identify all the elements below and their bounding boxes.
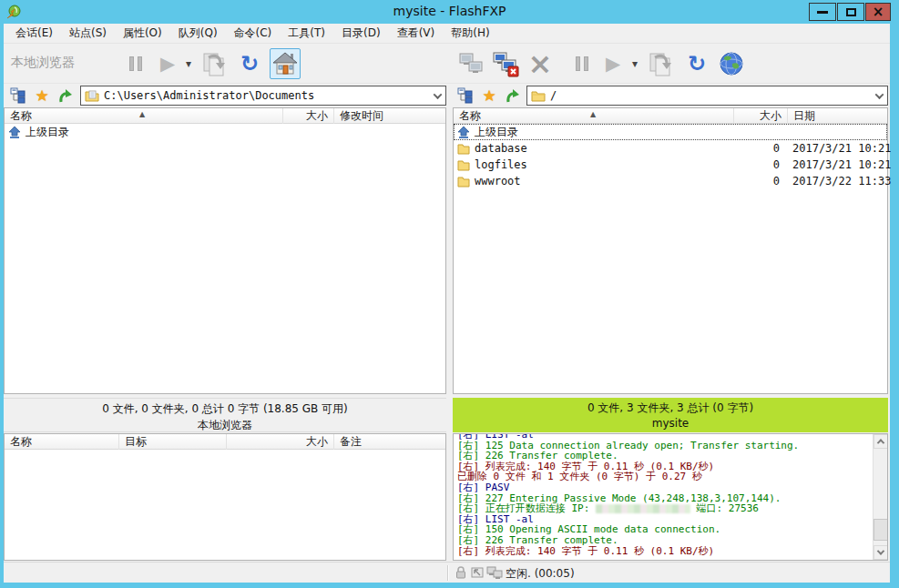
column-header-target[interactable]: 目标	[119, 434, 227, 450]
connection-status-icon	[486, 565, 503, 583]
menu-sites[interactable]: 站点(S)	[61, 23, 115, 44]
remote-row-logfiles[interactable]: logfiles 0 2017/3/21 10:21	[454, 157, 887, 173]
remote-transfer-button[interactable]	[645, 48, 676, 79]
column-header-size[interactable]: 大小	[227, 434, 334, 450]
minimize-button[interactable]	[809, 3, 836, 21]
remote-path-combobox[interactable]: /	[526, 86, 888, 106]
remote-disconnect-button[interactable]	[490, 48, 521, 79]
menubar: 会话(E) 站点(S) 属性(O) 队列(Q) 命令(C) 工具(T) 目录(D…	[4, 24, 890, 44]
remote-resume-button[interactable]: ▶	[598, 48, 628, 79]
close-button[interactable]: ×	[865, 3, 891, 21]
scrollbar-thumb[interactable]	[873, 519, 888, 541]
column-header-modified[interactable]: 修改时间	[334, 108, 445, 124]
star-icon: ★	[35, 88, 48, 104]
folder-icon	[531, 89, 546, 102]
remote-site-info-button[interactable]	[716, 48, 747, 79]
remote-connect-button[interactable]	[456, 48, 487, 79]
maximize-icon	[846, 8, 856, 16]
local-up-directory-button[interactable]	[56, 86, 76, 106]
session-log-pane[interactable]: [右] LIST -al [右] 125 Data connection alr…	[453, 433, 888, 561]
queue-empty-body[interactable]	[5, 450, 445, 560]
home-icon	[272, 52, 298, 76]
minimize-icon	[817, 11, 828, 14]
remote-pause-button[interactable]	[567, 48, 598, 79]
scroll-down-button[interactable]	[873, 545, 888, 560]
column-header-date[interactable]: 日期	[788, 108, 887, 124]
maximize-button[interactable]	[837, 3, 864, 21]
menu-directory[interactable]: 目录(D)	[333, 23, 389, 44]
remote-abort-button[interactable]: ×	[525, 48, 556, 79]
remote-favorites-button[interactable]: ★	[479, 86, 499, 106]
local-resume-button[interactable]: ▶	[152, 48, 183, 79]
folder-tree-icon	[10, 87, 26, 104]
remote-path-dropdown-button[interactable]	[871, 86, 887, 105]
remote-row-wwwroot[interactable]: wwwroot 0 2017/3/22 11:33	[454, 173, 887, 189]
local-resume-dropdown[interactable]: ▾	[182, 48, 195, 79]
window-title: mysite - FlashFXP	[0, 4, 899, 18]
chevron-down-icon: ▾	[186, 58, 191, 69]
remote-resume-dropdown[interactable]: ▾	[628, 48, 641, 79]
scroll-up-button[interactable]	[873, 434, 888, 449]
chevron-down-icon	[874, 90, 884, 99]
local-transfer-button[interactable]	[199, 48, 230, 79]
local-tree-toggle-button[interactable]	[8, 86, 28, 106]
up-arrow-icon	[505, 87, 521, 104]
local-pause-button[interactable]	[120, 48, 151, 79]
menu-commands[interactable]: 命令(C)	[226, 23, 281, 44]
pause-icon	[128, 56, 144, 71]
sort-ascending-icon: ▲	[139, 108, 145, 122]
abort-x-icon: ×	[528, 50, 553, 77]
remote-row-database[interactable]: database 0 2017/3/21 10:21	[454, 140, 887, 157]
remote-site-label: mysite	[453, 416, 888, 430]
menu-help[interactable]: 帮助(H)	[443, 23, 497, 44]
transfer-queue-pane: 名称 目标 大小 备注	[4, 433, 446, 561]
column-header-size[interactable]: 大小	[734, 108, 788, 124]
refresh-icon: ↻	[688, 53, 706, 75]
local-path-combobox[interactable]: C:\Users\Administrator\Documents	[80, 86, 446, 106]
remote-up-directory-button[interactable]	[503, 86, 523, 106]
client-area: 会话(E) 站点(S) 属性(O) 队列(Q) 命令(C) 工具(T) 目录(D…	[4, 24, 890, 583]
column-header-name[interactable]: 名称 ▲	[5, 108, 283, 124]
local-home-button[interactable]	[270, 48, 301, 79]
local-path-dropdown-button[interactable]	[429, 86, 445, 105]
folder-icon	[457, 159, 470, 171]
log-body: [右] LIST -al [右] 125 Data connection alr…	[457, 433, 872, 556]
column-header-name[interactable]: 名称 ▲	[454, 108, 734, 124]
remote-row-parent-dir[interactable]: 上级目录	[454, 124, 887, 140]
queue-header: 名称 目标 大小 备注	[5, 434, 445, 450]
up-directory-icon	[457, 127, 470, 138]
menu-view[interactable]: 查看(V)	[389, 23, 444, 44]
menu-options[interactable]: 属性(O)	[115, 23, 170, 44]
close-icon: ×	[873, 5, 884, 19]
remote-file-list: 名称 ▲ 大小 日期 上级目录	[453, 107, 888, 394]
chevron-up-icon	[877, 439, 884, 446]
remote-refresh-button[interactable]: ↻	[681, 48, 712, 79]
connect-icon	[458, 50, 485, 77]
column-header-size[interactable]: 大小	[283, 108, 334, 124]
column-header-name[interactable]: 名称	[5, 434, 119, 450]
menu-queue[interactable]: 队列(Q)	[170, 23, 226, 44]
transfer-icon	[201, 51, 227, 76]
remote-tree-toggle-button[interactable]	[455, 86, 475, 106]
documents-folder-icon	[85, 89, 99, 102]
chevron-down-icon: ▾	[632, 58, 638, 69]
remote-count-summary: 0 文件, 3 文件夹, 3 总计 (0 字节)	[453, 398, 888, 416]
star-icon: ★	[482, 88, 495, 104]
menu-tools[interactable]: 工具(T)	[280, 23, 333, 44]
local-path-value: C:\Users\Administrator\Documents	[104, 89, 429, 102]
column-header-note[interactable]: 备注	[334, 434, 445, 450]
local-status-summary: 0 文件, 0 文件夹, 0 总计 0 字节 (18.85 GB 可用) 本地浏…	[4, 398, 446, 432]
local-favorites-button[interactable]: ★	[32, 86, 52, 106]
local-row-parent-dir[interactable]: 上级目录	[5, 124, 445, 140]
flashfxp-window: mysite - FlashFXP × 会话(E) 站点(S) 属性(O) 队列…	[0, 0, 899, 588]
menu-session[interactable]: 会话(E)	[7, 23, 61, 44]
redacted-ip	[596, 504, 690, 513]
log-scrollbar[interactable]	[873, 434, 887, 560]
pathbar-row: ★ C:\Users\Administrator\Documents	[4, 84, 890, 107]
disconnect-icon	[492, 50, 519, 77]
chevron-down-icon	[433, 90, 442, 99]
refresh-icon: ↻	[240, 53, 259, 75]
local-refresh-button[interactable]: ↻	[234, 48, 265, 79]
play-icon: ▶	[160, 55, 175, 74]
globe-icon	[719, 51, 744, 76]
